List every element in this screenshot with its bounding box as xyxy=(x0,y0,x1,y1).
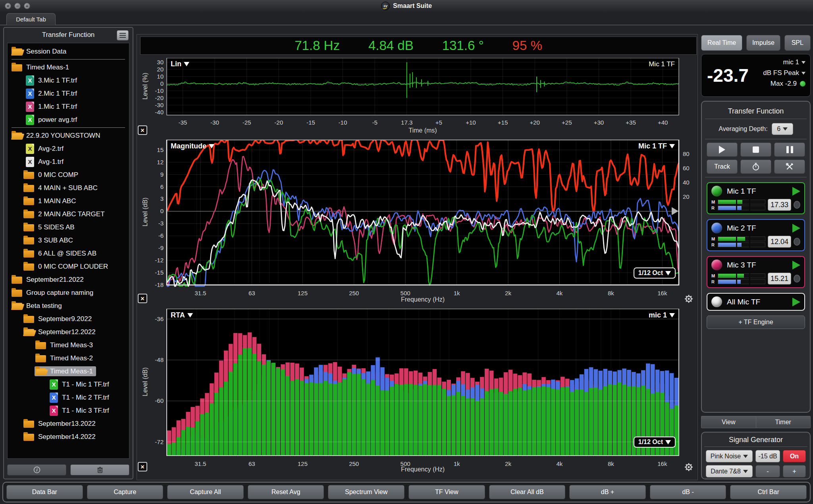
magnitude-banding-dropdown[interactable]: 1/12 Oct xyxy=(634,267,676,279)
tree-item-folder[interactable]: 2 MAIN ABC TARGET xyxy=(8,208,129,221)
tree-item-file[interactable]: XT1 - Mic 2 TF.trf xyxy=(8,391,129,404)
delay-value-display[interactable]: 17.33 xyxy=(768,199,791,211)
tools-button[interactable] xyxy=(774,160,805,174)
delay-value-display[interactable]: 12.04 xyxy=(768,236,791,248)
rta-plot[interactable]: -36-48-60-7231.5631252505001k2k4k8k16k xyxy=(140,309,697,477)
tf-engine-2[interactable]: Mic 2 TFMR12.04 xyxy=(707,219,805,251)
bottombar-ctrl-bar-button[interactable]: Ctrl Bar xyxy=(730,485,807,499)
engine-play-icon[interactable] xyxy=(792,261,800,269)
tree-item-file[interactable]: X1.Mic 1 TF.trf xyxy=(8,100,129,113)
tree-item-file[interactable]: XT1 - Mic 3 TF.trf xyxy=(8,404,129,417)
real-time-button[interactable]: Real Time xyxy=(701,35,742,51)
ir-close-button[interactable]: × xyxy=(138,125,147,135)
tree-item-folder[interactable]: Session Data xyxy=(8,45,129,58)
tree-item-folder[interactable]: 1 MAIN ABC xyxy=(8,194,129,208)
ir-plot[interactable]: 3020100-10-20-30-40-35-30-25-20-15-10-51… xyxy=(140,58,697,137)
play-button[interactable] xyxy=(707,142,738,157)
meter-unit-dropdown[interactable]: dB FS Peak xyxy=(763,69,805,77)
bottombar-db--button[interactable]: dB - xyxy=(650,485,726,499)
stop-button[interactable] xyxy=(740,142,771,157)
spl-button[interactable]: SPL xyxy=(784,35,811,51)
tree-item-folder[interactable]: Group capture naming xyxy=(8,286,129,299)
delay-value-display[interactable]: 15.21 xyxy=(768,273,791,285)
hamburger-menu-icon[interactable] xyxy=(117,30,129,40)
track-button[interactable]: Track xyxy=(707,160,738,174)
tree-item-file[interactable]: XAvg-2.trf xyxy=(8,142,129,155)
magnitude-source-dropdown[interactable]: Mic 1 TF xyxy=(638,142,675,150)
meter-source-dropdown[interactable]: mic 1 xyxy=(783,58,805,66)
tree-item-file[interactable]: X3.Mic 1 TF.trf xyxy=(8,74,129,87)
bottombar-tf-view-button[interactable]: TF View xyxy=(408,485,485,499)
tree-item-folder[interactable]: Timed Meas-1 xyxy=(8,365,129,378)
engine-play-icon[interactable] xyxy=(792,187,800,196)
tree-item-folder[interactable]: September21.2022 xyxy=(8,273,129,286)
tf-engine-4[interactable]: All Mic TF xyxy=(707,293,805,311)
timer-capture-button[interactable] xyxy=(740,160,771,174)
engine-play-icon[interactable] xyxy=(792,224,800,233)
bottombar-data-bar-button[interactable]: Data Bar xyxy=(6,485,83,499)
tree-item-folder[interactable]: Beta testing xyxy=(8,299,129,312)
tree-item-folder[interactable]: 3 SUB ABC xyxy=(8,234,129,247)
engine-play-icon[interactable] xyxy=(792,298,800,306)
tree-item-file[interactable]: XT1 - Mic 1 TF.trf xyxy=(8,378,129,391)
tree-item-folder[interactable]: 6 ALL @ SIDES AB xyxy=(8,247,129,260)
impulse-button[interactable]: Impulse xyxy=(746,35,780,51)
pause-button[interactable] xyxy=(774,142,805,157)
magnitude-type-dropdown[interactable]: Magnitude xyxy=(171,142,214,150)
rta-close-button[interactable]: × xyxy=(138,462,147,471)
generator-on-button[interactable]: On xyxy=(783,450,806,462)
tree-item-folder[interactable]: September14.2022 xyxy=(8,430,129,443)
tree-item-folder[interactable]: September9.2022 xyxy=(8,312,129,325)
tab-default[interactable]: Default Tab xyxy=(6,13,56,25)
tree-item-folder[interactable]: 5 SIDES AB xyxy=(8,221,129,234)
add-tf-engine-button[interactable]: + TF Engine xyxy=(707,315,805,329)
waveform-dropdown[interactable]: Pink Noise xyxy=(706,450,753,462)
tree-item-file[interactable]: XAvg-1.trf xyxy=(8,155,129,168)
zero-db-marker[interactable] xyxy=(672,207,678,215)
tree-item-folder[interactable]: 22.9.20 YOUNGSTOWN xyxy=(8,129,129,142)
bottombar-db--button[interactable]: dB + xyxy=(569,485,646,499)
bottombar-spectrum-view-button[interactable]: Spectrum View xyxy=(328,485,405,499)
engine-color-dot[interactable] xyxy=(711,223,722,233)
rta-settings-button[interactable] xyxy=(684,462,694,472)
tree-item-folder[interactable]: 0 MIC COMP LOUDER xyxy=(8,260,129,273)
bottombar-clear-all-db-button[interactable]: Clear All dB xyxy=(489,485,566,499)
bottombar-capture-button[interactable]: Capture xyxy=(87,485,164,499)
engine-status-dot[interactable] xyxy=(794,275,800,283)
tf-engine-1[interactable]: Mic 1 TFMR17.33 xyxy=(707,182,805,214)
tree-item-file[interactable]: Xpower avg.trf xyxy=(8,113,129,126)
ir-type-dropdown[interactable]: Lin xyxy=(171,60,189,68)
rta-type-dropdown[interactable]: RTA xyxy=(171,311,193,319)
rta-banding-dropdown[interactable]: 1/12 Oct xyxy=(634,437,676,448)
view-button[interactable]: View xyxy=(701,416,756,428)
output-dropdown[interactable]: Dante 7&8 xyxy=(706,465,753,477)
info-button[interactable]: i xyxy=(7,464,66,475)
tree-item-folder[interactable]: 0 MIC COMP xyxy=(8,168,129,181)
tree-item-folder[interactable]: Timed Meas-3 xyxy=(8,339,129,352)
magnitude-plot[interactable]: 15129630-3-6-9-12-15-188060402031.563125… xyxy=(140,140,697,306)
timer-button[interactable]: Timer xyxy=(756,416,811,428)
engine-color-dot[interactable] xyxy=(711,296,722,307)
delete-button[interactable] xyxy=(70,464,129,475)
bottombar-capture-all-button[interactable]: Capture All xyxy=(167,485,244,499)
averaging-depth-dropdown[interactable]: 6 xyxy=(772,123,793,135)
engine-color-dot[interactable] xyxy=(711,260,722,270)
tree-item-folder[interactable]: 4 MAIN + SUB ABC xyxy=(8,181,129,194)
tree-item-label: September12.2022 xyxy=(38,328,96,336)
engine-status-dot[interactable] xyxy=(794,201,800,209)
tree-item-file[interactable]: X2.Mic 1 TF.trf xyxy=(8,87,129,100)
rta-source-dropdown[interactable]: mic 1 xyxy=(649,311,675,319)
magnitude-close-button[interactable]: × xyxy=(138,294,147,303)
tf-engine-3[interactable]: Mic 3 TFMR15.21 xyxy=(707,256,805,288)
engine-color-dot[interactable] xyxy=(711,186,722,196)
tree-item-folder[interactable]: September12.2022 xyxy=(8,325,129,339)
bottombar-reset-avg-button[interactable]: Reset Avg xyxy=(248,485,324,499)
engine-status-dot[interactable] xyxy=(794,238,800,246)
tree-item-folder[interactable]: Timed Meas-2 xyxy=(8,352,129,365)
chevron-down-icon xyxy=(209,144,214,148)
tree-item-folder[interactable]: September13.2022 xyxy=(8,417,129,430)
magnitude-settings-button[interactable] xyxy=(684,294,694,304)
generator-level-plus-button[interactable]: + xyxy=(783,465,806,477)
generator-level-minus-button[interactable]: - xyxy=(755,465,780,477)
tree-item-folder[interactable]: Timed Meas-1 xyxy=(8,61,129,74)
